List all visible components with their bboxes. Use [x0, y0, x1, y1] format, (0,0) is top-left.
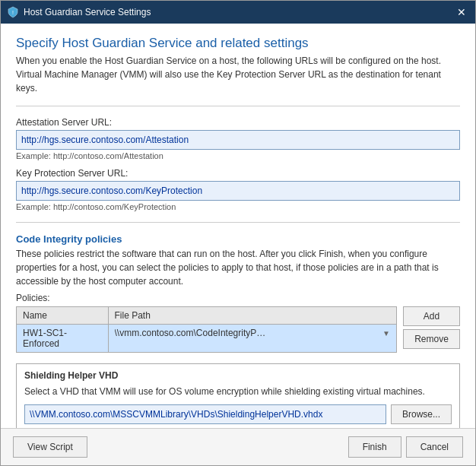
remove-button[interactable]: Remove	[403, 329, 460, 349]
scroll-down-icon: ▼	[382, 329, 390, 338]
shielding-description: Select a VHD that VMM will use for OS vo…	[24, 385, 452, 398]
shield-icon: !	[7, 6, 19, 18]
attestation-input[interactable]	[16, 130, 460, 150]
footer-right: Finish Cancel	[348, 436, 463, 458]
filepath-cell: \\vmm.contoso.com\CodeIntegrityPolicies\…	[115, 328, 391, 338]
filepath-text: \\vmm.contoso.com\CodeIntegrityPolicies\…	[115, 328, 267, 338]
policies-table: Name File Path HW1-SC1-Enforced \\vmm.co…	[17, 307, 396, 352]
attestation-example: Example: http://contoso.com/Attestation	[16, 151, 460, 160]
separator-2	[16, 222, 460, 223]
browse-button[interactable]: Browse...	[391, 404, 452, 424]
cancel-button[interactable]: Cancel	[406, 436, 463, 458]
shielding-input-row: Browse...	[24, 404, 452, 424]
code-integrity-description: These policies restrict the software tha…	[16, 247, 460, 288]
key-protection-section: Key Protection Server URL: Example: http…	[16, 168, 460, 211]
separator-1	[16, 106, 460, 106]
shielding-vhd-input[interactable]	[24, 404, 386, 424]
code-integrity-title: Code Integrity policies	[16, 233, 460, 245]
code-integrity-section: Code Integrity policies These policies r…	[16, 233, 460, 353]
col-name-header: Name	[17, 307, 108, 325]
title-bar-text: Host Guardian Service Settings	[24, 7, 151, 17]
key-protection-label: Key Protection Server URL:	[16, 168, 460, 179]
header-description: When you enable the Host Guardian Servic…	[16, 54, 460, 95]
page-header: Specify Host Guardian Service and relate…	[16, 36, 460, 95]
table-buttons: Add Remove	[403, 306, 460, 349]
policy-filepath: \\vmm.contoso.com\CodeIntegrityPolicies\…	[108, 325, 396, 353]
footer: View Script Finish Cancel	[1, 428, 475, 465]
policies-area: Name File Path HW1-SC1-Enforced \\vmm.co…	[16, 306, 460, 353]
title-bar: ! Host Guardian Service Settings ✕	[1, 1, 475, 24]
table-header-row: Name File Path	[17, 307, 396, 325]
key-protection-example: Example: http://contoso.com/KeyProtectio…	[16, 202, 460, 211]
add-button[interactable]: Add	[403, 306, 460, 326]
attestation-server-section: Attestation Server URL: Example: http://…	[16, 117, 460, 160]
footer-left: View Script	[13, 436, 87, 458]
view-script-button[interactable]: View Script	[13, 436, 87, 458]
key-protection-input[interactable]	[16, 181, 460, 201]
policies-label: Policies:	[16, 293, 460, 303]
table-row[interactable]: HW1-SC1-Enforced \\vmm.contoso.com\CodeI…	[17, 325, 396, 353]
close-button[interactable]: ✕	[454, 5, 469, 20]
svg-text:!: !	[12, 10, 14, 15]
attestation-label: Attestation Server URL:	[16, 117, 460, 128]
finish-button[interactable]: Finish	[348, 436, 401, 458]
shielding-section-label: Shielding Helper VHD	[24, 370, 118, 381]
shielding-section: Shielding Helper VHD Select a VHD that V…	[16, 363, 460, 428]
page-title: Specify Host Guardian Service and relate…	[16, 36, 460, 51]
main-content: Specify Host Guardian Service and relate…	[1, 24, 475, 428]
shielding-title: Shielding Helper VHD	[24, 370, 452, 381]
policy-name: HW1-SC1-Enforced	[17, 325, 108, 353]
col-filepath-header: File Path	[108, 307, 396, 325]
policies-table-container: Name File Path HW1-SC1-Enforced \\vmm.co…	[16, 306, 397, 353]
title-bar-left: ! Host Guardian Service Settings	[7, 6, 151, 18]
dialog-window: ! Host Guardian Service Settings ✕ Speci…	[0, 0, 476, 466]
